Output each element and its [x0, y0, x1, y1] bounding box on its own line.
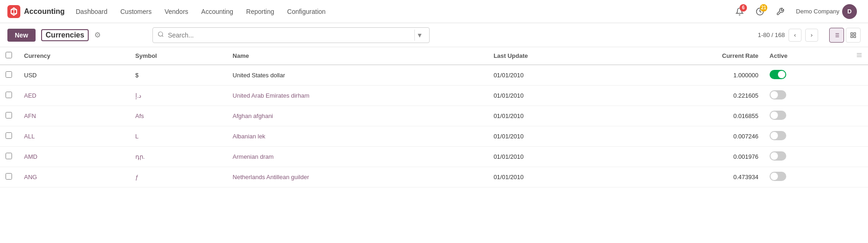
select-all-header[interactable]	[0, 47, 18, 65]
row-symbol: د.إ	[130, 86, 227, 106]
row-currency[interactable]: AMD	[18, 147, 130, 167]
list-view-button[interactable]	[829, 28, 844, 43]
row-checkbox[interactable]	[6, 112, 12, 118]
row-name[interactable]: Afghan afghani	[227, 106, 488, 126]
col-header-last-update[interactable]: Last Update	[488, 47, 623, 65]
table-row: AED د.إ United Arab Emirates dirham 01/0…	[0, 86, 868, 106]
table-row: ANG ƒ Netherlands Antillean guilder 01/0…	[0, 167, 868, 187]
row-symbol: ƒ	[130, 167, 227, 187]
row-symbol: L	[130, 126, 227, 147]
select-all-checkbox[interactable]	[6, 52, 12, 58]
row-current-rate: 0.007246	[623, 126, 764, 147]
row-last-update: 01/01/2010	[488, 126, 623, 147]
nav-customers[interactable]: Customers	[115, 5, 158, 18]
row-checkbox[interactable]	[6, 92, 12, 98]
pagination-prev[interactable]: ‹	[789, 29, 801, 42]
nav-configuration[interactable]: Configuration	[282, 5, 331, 18]
row-active[interactable]	[764, 126, 850, 147]
row-checkbox[interactable]	[6, 153, 12, 159]
row-active[interactable]	[764, 86, 850, 106]
pagination-info: 1-80 / 168 ‹ ›	[758, 29, 818, 42]
nav-dashboard[interactable]: Dashboard	[70, 5, 113, 18]
row-actions	[850, 167, 868, 187]
table-row: ALL L Albanian lek 01/01/2010 0.007246	[0, 126, 868, 147]
user-avatar: D	[842, 4, 857, 19]
search-dropdown-icon[interactable]: ▼	[414, 30, 425, 41]
svg-point-5	[158, 32, 163, 36]
clock-badge: 21	[760, 4, 767, 12]
svg-rect-14	[854, 32, 856, 34]
notifications-badge: 6	[740, 4, 747, 12]
row-checkbox-cell[interactable]	[0, 126, 18, 147]
svg-rect-15	[851, 36, 853, 37]
active-toggle	[770, 131, 786, 140]
col-header-current-rate[interactable]: Current Rate	[623, 47, 764, 65]
pagination-next[interactable]: ›	[805, 29, 818, 42]
row-actions	[850, 106, 868, 126]
row-currency[interactable]: AED	[18, 86, 130, 106]
new-button[interactable]: New	[7, 29, 36, 42]
row-last-update: 01/01/2010	[488, 86, 623, 106]
row-name[interactable]: United Arab Emirates dirham	[227, 86, 488, 106]
currencies-table: Currency Symbol Name Last Update Current…	[0, 47, 868, 187]
row-checkbox[interactable]	[6, 71, 12, 78]
table-row: AMD դր. Armenian dram 01/01/2010 0.00197…	[0, 147, 868, 167]
col-header-extra	[850, 47, 868, 65]
row-name[interactable]: Armenian dram	[227, 147, 488, 167]
row-actions	[850, 147, 868, 167]
table-header-row: Currency Symbol Name Last Update Current…	[0, 47, 868, 65]
toggle-slider	[770, 131, 786, 140]
row-active[interactable]	[764, 147, 850, 167]
row-name[interactable]: Albanian lek	[227, 126, 488, 147]
active-toggle	[770, 172, 786, 181]
row-checkbox-cell[interactable]	[0, 65, 18, 86]
page-title: Currencies	[41, 29, 89, 41]
table-body: USD $ United States dollar 01/01/2010 1.…	[0, 65, 868, 187]
row-current-rate: 1.000000	[623, 65, 764, 86]
nav-vendors[interactable]: Vendors	[159, 5, 194, 18]
row-checkbox-cell[interactable]	[0, 167, 18, 187]
settings-icon[interactable]: ⚙	[94, 31, 101, 39]
nav-reporting[interactable]: Reporting	[241, 5, 280, 18]
notifications-button[interactable]: 6	[731, 3, 748, 20]
row-active[interactable]	[764, 65, 850, 86]
row-name[interactable]: Netherlands Antillean guilder	[227, 167, 488, 187]
row-checkbox-cell[interactable]	[0, 147, 18, 167]
toggle-slider	[770, 70, 786, 79]
row-actions	[850, 86, 868, 106]
app-logo-icon	[7, 5, 20, 18]
table-row: AFN Afs Afghan afghani 01/01/2010 0.0168…	[0, 106, 868, 126]
tools-button[interactable]	[772, 3, 789, 20]
kanban-view-button[interactable]	[846, 28, 861, 43]
row-currency[interactable]: AFN	[18, 106, 130, 126]
search-input[interactable]	[168, 31, 412, 39]
col-header-currency[interactable]: Currency	[18, 47, 130, 65]
col-header-name[interactable]: Name	[227, 47, 488, 65]
row-current-rate: 0.001976	[623, 147, 764, 167]
nav-accounting[interactable]: Accounting	[196, 5, 239, 18]
currencies-table-wrapper: Currency Symbol Name Last Update Current…	[0, 47, 868, 187]
row-symbol: դր.	[130, 147, 227, 167]
app-logo[interactable]: Accounting	[7, 5, 65, 18]
row-actions	[850, 126, 868, 147]
row-checkbox[interactable]	[6, 173, 12, 180]
row-active[interactable]	[764, 167, 850, 187]
table-row: USD $ United States dollar 01/01/2010 1.…	[0, 65, 868, 86]
svg-rect-13	[851, 32, 853, 34]
toggle-slider	[770, 151, 786, 161]
row-last-update: 01/01/2010	[488, 106, 623, 126]
row-active[interactable]	[764, 106, 850, 126]
company-selector[interactable]: Demo Company D	[792, 2, 861, 21]
row-checkbox-cell[interactable]	[0, 86, 18, 106]
clock-button[interactable]: 21	[752, 3, 768, 20]
row-currency[interactable]: ALL	[18, 126, 130, 147]
col-header-symbol[interactable]: Symbol	[130, 47, 227, 65]
active-toggle	[770, 90, 786, 100]
row-current-rate: 0.473934	[623, 167, 764, 187]
row-checkbox-cell[interactable]	[0, 106, 18, 126]
col-header-active[interactable]: Active	[764, 47, 850, 65]
row-name[interactable]: United States dollar	[227, 65, 488, 86]
row-currency[interactable]: ANG	[18, 167, 130, 187]
row-currency[interactable]: USD	[18, 65, 130, 86]
row-checkbox[interactable]	[6, 132, 12, 139]
